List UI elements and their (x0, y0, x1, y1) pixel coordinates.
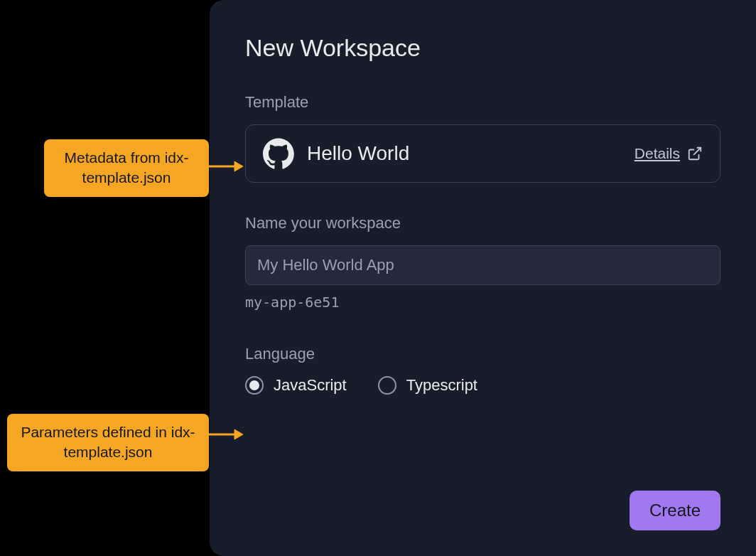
template-name: Hello World (307, 142, 622, 165)
radio-label: Typescript (406, 376, 477, 395)
callout-parameters: Parameters defined in idx-template.json (7, 414, 209, 471)
svg-marker-4 (234, 429, 243, 439)
radio-selected-dot (249, 380, 259, 390)
template-section-label: Template (245, 93, 720, 112)
details-link[interactable]: Details (634, 145, 703, 162)
language-radio-group: JavaScript Typescript (245, 376, 720, 395)
workspace-name-input[interactable] (245, 245, 720, 285)
radio-button-icon (378, 376, 396, 395)
github-icon (263, 138, 294, 169)
template-card[interactable]: Hello World Details (245, 124, 720, 183)
radio-option-javascript[interactable]: JavaScript (245, 376, 347, 395)
workspace-slug: my-app-6e51 (245, 294, 720, 311)
radio-label: JavaScript (274, 376, 347, 395)
new-workspace-dialog: New Workspace Template Hello World Detai… (210, 0, 756, 556)
radio-option-typescript[interactable]: Typescript (378, 376, 477, 395)
radio-button-icon (245, 376, 264, 395)
details-link-label: Details (634, 145, 680, 162)
arrow-icon (209, 427, 243, 442)
svg-line-0 (693, 148, 701, 155)
name-section-label: Name your workspace (245, 214, 720, 232)
language-section-label: Language (245, 345, 720, 363)
arrow-icon (209, 159, 243, 173)
dialog-title: New Workspace (245, 34, 720, 62)
svg-marker-2 (234, 161, 243, 171)
external-link-icon (687, 146, 703, 161)
callout-metadata: Metadata from idx-template.json (44, 139, 209, 197)
create-button[interactable]: Create (630, 491, 720, 530)
